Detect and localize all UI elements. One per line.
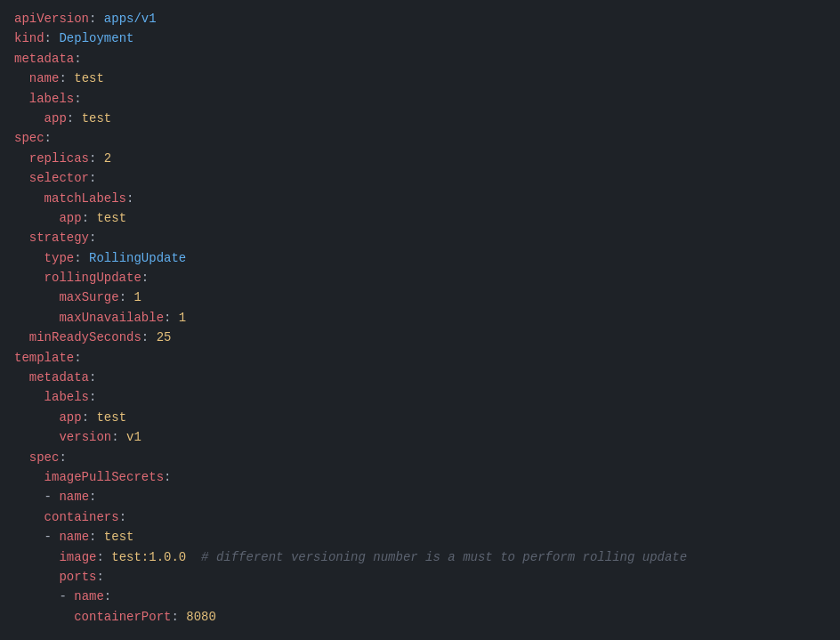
- code-line: matchLabels:: [14, 189, 826, 208]
- code-line: metadata:: [14, 49, 826, 69]
- token-plain: :: [89, 390, 96, 404]
- token-plain: :: [74, 52, 81, 66]
- code-line: version: v1: [14, 427, 826, 447]
- token-dash: -: [44, 490, 60, 504]
- token-key: template: [14, 351, 74, 365]
- token-plain: :: [119, 290, 134, 304]
- code-line: strategy:: [14, 228, 826, 247]
- token-plain: :: [59, 71, 74, 85]
- token-value-special: apps/v1: [104, 12, 157, 26]
- token-plain: :: [89, 171, 96, 185]
- token-plain: [14, 610, 74, 624]
- code-line: labels:: [14, 89, 826, 109]
- token-plain: :: [171, 610, 186, 624]
- token-key: maxUnavailable: [59, 311, 164, 325]
- code-line: - name:: [14, 487, 826, 506]
- token-key: spec: [14, 131, 44, 145]
- token-plain: [14, 290, 59, 304]
- token-key: labels: [44, 390, 89, 404]
- token-key: type: [44, 251, 75, 265]
- code-line: spec:: [14, 448, 826, 467]
- code-line: app: test: [14, 408, 826, 427]
- token-plain: :: [44, 31, 60, 45]
- token-plain: :: [141, 271, 149, 285]
- token-key: version: [59, 430, 111, 444]
- code-line: metadata:: [14, 368, 826, 387]
- token-value-string: v1: [126, 430, 141, 444]
- code-line: minReadySeconds: 25: [14, 328, 826, 347]
- token-plain: :: [82, 410, 97, 425]
- token-plain: :: [89, 151, 104, 166]
- code-line: - name:: [14, 587, 826, 606]
- token-key: ports: [59, 570, 96, 584]
- token-plain: [14, 430, 59, 444]
- code-line: app: test: [14, 109, 826, 128]
- token-plain: :: [96, 550, 111, 564]
- token-plain: [14, 71, 29, 85]
- token-key: selector: [29, 171, 89, 185]
- code-editor: apiVersion: apps/v1kind: Deploymentmetad…: [0, 0, 840, 636]
- token-plain: :: [89, 231, 96, 245]
- token-value-number: 1: [179, 311, 186, 325]
- token-plain: [14, 550, 59, 564]
- token-key: imagePullSecrets: [44, 470, 164, 484]
- token-key: labels: [29, 92, 74, 106]
- token-plain: :: [44, 131, 52, 145]
- token-key: kind: [14, 31, 44, 45]
- code-line: app: test: [14, 208, 826, 228]
- token-plain: :: [67, 111, 82, 126]
- token-value-string: test:1.0.0: [111, 550, 186, 564]
- token-key: matchLabels: [44, 191, 126, 206]
- token-key: image: [59, 550, 96, 564]
- token-key: name: [29, 71, 60, 85]
- code-line: kind: Deployment: [14, 28, 826, 48]
- token-plain: :: [89, 12, 104, 26]
- token-key: strategy: [29, 231, 89, 245]
- code-line: name: test: [14, 69, 826, 88]
- token-plain: :: [74, 351, 81, 365]
- code-line: - name: test: [14, 527, 826, 547]
- token-plain: [14, 251, 44, 265]
- token-key: metadata: [29, 370, 89, 385]
- token-value-string: test: [104, 530, 134, 544]
- code-line: containerPort: 8080: [14, 607, 826, 627]
- token-key: apiVersion: [14, 12, 89, 26]
- token-value-number: 2: [104, 151, 111, 166]
- token-key: spec: [29, 450, 60, 465]
- token-key: minReadySeconds: [29, 330, 141, 344]
- token-key: app: [44, 111, 67, 126]
- token-key: name: [59, 490, 89, 504]
- token-key: containerPort: [74, 610, 171, 624]
- token-plain: :: [74, 251, 89, 265]
- token-plain: [14, 570, 59, 584]
- token-value-special: RollingUpdate: [89, 251, 186, 265]
- code-line: selector:: [14, 168, 826, 188]
- token-plain: [14, 370, 29, 385]
- code-line: imagePullSecrets:: [14, 467, 826, 487]
- token-plain: [14, 271, 44, 285]
- token-plain: [14, 311, 59, 325]
- token-plain: [14, 410, 59, 425]
- code-line: containers:: [14, 507, 826, 527]
- token-plain: :: [74, 92, 81, 106]
- token-key: name: [74, 589, 104, 604]
- token-key: rollingUpdate: [44, 271, 141, 285]
- token-key: maxSurge: [59, 290, 118, 304]
- token-plain: [14, 510, 44, 524]
- token-key: app: [59, 410, 81, 425]
- token-dash: -: [59, 589, 74, 604]
- token-plain: :: [59, 450, 66, 465]
- token-plain: :: [89, 530, 104, 544]
- token-plain: :: [164, 311, 179, 325]
- token-key: replicas: [29, 151, 89, 166]
- token-plain: :: [164, 470, 171, 484]
- token-key: name: [59, 530, 89, 544]
- token-plain: :: [104, 589, 111, 604]
- token-plain: :: [89, 490, 96, 504]
- code-line: maxUnavailable: 1: [14, 308, 826, 328]
- token-plain: [14, 490, 44, 504]
- token-plain: :: [82, 211, 97, 225]
- code-line: template:: [14, 348, 826, 368]
- token-plain: [14, 92, 29, 106]
- token-value-number: 1: [133, 290, 141, 304]
